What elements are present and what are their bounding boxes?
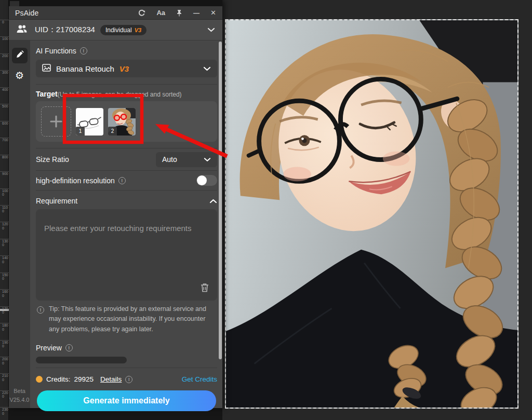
generate-button[interactable]: Generate immediately	[37, 390, 216, 411]
target-label: Target(Up to 5 images, can be dragged an…	[36, 90, 217, 98]
credits-label: Credits:	[46, 375, 71, 383]
ruler-tick: 400	[0, 87, 9, 92]
target-thumbnail-strip: 1	[36, 101, 217, 142]
ruler-tick: 1700	[0, 306, 9, 315]
add-image-button[interactable]	[41, 106, 71, 137]
hd-resolution-row: high-definition resolution !	[36, 171, 217, 191]
pin-icon[interactable]	[176, 9, 182, 17]
chevron-down-icon[interactable]	[207, 28, 215, 32]
chevron-down-icon	[203, 66, 211, 71]
info-icon[interactable]: !	[118, 177, 126, 184]
function-name: Banana Retouch	[56, 64, 114, 73]
trash-icon[interactable]	[201, 283, 209, 294]
tip-text: Tip: This feature is provided by an exte…	[49, 304, 216, 334]
version-number: V25.4.0	[10, 396, 30, 404]
ruler-tick: 1900	[0, 340, 9, 348]
size-ratio-select[interactable]: Auto	[156, 152, 217, 167]
app-window: 0100200300400500600700800900100011001200…	[0, 0, 532, 420]
chevron-down-icon	[204, 157, 211, 162]
ai-functions-label: AI Functions	[36, 47, 76, 55]
panel-tab-nub	[10, 1, 19, 6]
ruler-tick: 1100	[0, 205, 9, 213]
refresh-icon[interactable]	[138, 9, 145, 17]
requirement-label: Requirement	[36, 197, 77, 205]
user-icon	[16, 24, 28, 35]
ruler-tick: 2000	[0, 357, 9, 365]
ruler-tick: 1200	[0, 222, 9, 230]
account-row[interactable]: UID：217008234 Individual V3	[9, 20, 222, 40]
plan-name: Individual	[105, 26, 132, 34]
panel-scrollbar[interactable]	[219, 42, 222, 359]
ruler-tick: 300	[0, 70, 9, 75]
document-canvas	[222, 0, 532, 420]
ruler-tick: 2200	[0, 390, 9, 399]
credits-value: 29925	[74, 375, 94, 383]
ruler-tick: 700	[0, 138, 9, 142]
ruler-tick: 1600	[0, 289, 9, 297]
info-icon[interactable]: !	[125, 376, 132, 383]
ruler-tick: 2100	[0, 373, 9, 382]
ruler-tick: 2300	[0, 407, 9, 415]
requirement-input-box	[36, 209, 217, 301]
beta-label: Beta	[10, 387, 30, 396]
toggle-knob	[197, 175, 207, 185]
thumbnail-order-badge: 1	[76, 127, 85, 136]
panel-title: PsAide	[15, 9, 39, 17]
ruler-tick: 0	[0, 20, 9, 24]
function-version: V3	[119, 64, 129, 73]
text-size-icon[interactable]: Aa	[156, 9, 165, 16]
edit-tool-button[interactable]	[12, 48, 28, 63]
panel-titlebar: PsAide Aa — ✕	[9, 6, 222, 20]
info-icon[interactable]: !	[65, 344, 73, 351]
settings-tool-button[interactable]: ⚙	[12, 63, 28, 79]
size-ratio-label: Size Ratio	[36, 155, 69, 164]
ruler-tick: 1300	[0, 239, 9, 247]
psaide-panel: PsAide Aa — ✕ UID：217008234 Individual V…	[9, 0, 222, 408]
requirement-section: Requirement ! Tip: This feature is pr	[36, 191, 217, 339]
size-ratio-row: Size Ratio Auto	[36, 148, 217, 171]
ruler-tick: 800	[0, 155, 9, 159]
preview-progress-bar	[36, 357, 127, 363]
ruler-tick: 900	[0, 171, 9, 176]
target-thumbnail-1[interactable]: 1	[76, 108, 103, 136]
photo-selection[interactable]	[225, 19, 518, 409]
ruler-tick: 1500	[0, 273, 9, 281]
credits-row: Credits: 29925 Details ! Get Credits	[36, 368, 217, 390]
tip-row: ! Tip: This feature is provided by an ex…	[36, 301, 217, 339]
plan-version: V3	[135, 27, 141, 33]
ai-functions-section: AI Functions ! Banana Retouch V3	[36, 40, 217, 85]
close-icon[interactable]: ✕	[210, 9, 216, 16]
ruler-tick: 600	[0, 121, 9, 126]
target-section: Target(Up to 5 images, can be dragged an…	[36, 85, 217, 148]
panel-content: AI Functions ! Banana Retouch V3	[30, 40, 222, 408]
vertical-ruler: 0100200300400500600700800900100011001200…	[0, 0, 9, 420]
credits-details-link[interactable]: Details	[100, 375, 122, 383]
uid-value: UID：217008234	[35, 25, 95, 35]
ruler-tick: 200	[0, 53, 9, 58]
pencil-icon	[16, 50, 24, 61]
image-icon	[42, 64, 51, 74]
hd-resolution-toggle[interactable]	[196, 175, 217, 186]
portrait-photo	[226, 20, 517, 408]
requirement-textarea[interactable]	[36, 209, 217, 301]
tool-iconbar: ⚙ Beta V25.4.0	[9, 40, 30, 408]
ruler-tick: 1000	[0, 188, 9, 197]
size-ratio-value: Auto	[162, 155, 177, 164]
gear-icon: ⚙	[15, 70, 24, 82]
credits-coin-icon	[36, 376, 43, 383]
info-icon[interactable]: !	[80, 47, 87, 55]
target-hint: (Up to 5 images, can be dragged and sort…	[58, 91, 182, 98]
plan-badge: Individual V3	[100, 25, 147, 35]
chevron-up-icon[interactable]	[209, 199, 217, 204]
version-info: Beta V25.4.0	[10, 387, 30, 404]
get-credits-link[interactable]: Get Credits	[182, 375, 217, 383]
ruler-tick: 500	[0, 104, 9, 109]
ruler-tick: 1400	[0, 255, 9, 264]
function-select[interactable]: Banana Retouch V3	[36, 60, 217, 77]
thumbnail-order-badge: 2	[108, 127, 117, 136]
target-thumbnail-2[interactable]: 2	[108, 108, 136, 136]
minimize-icon[interactable]: —	[193, 10, 200, 16]
preview-section: Preview !	[36, 339, 217, 368]
preview-label: Preview	[36, 344, 62, 352]
hd-resolution-label: high-definition resolution	[36, 177, 115, 185]
